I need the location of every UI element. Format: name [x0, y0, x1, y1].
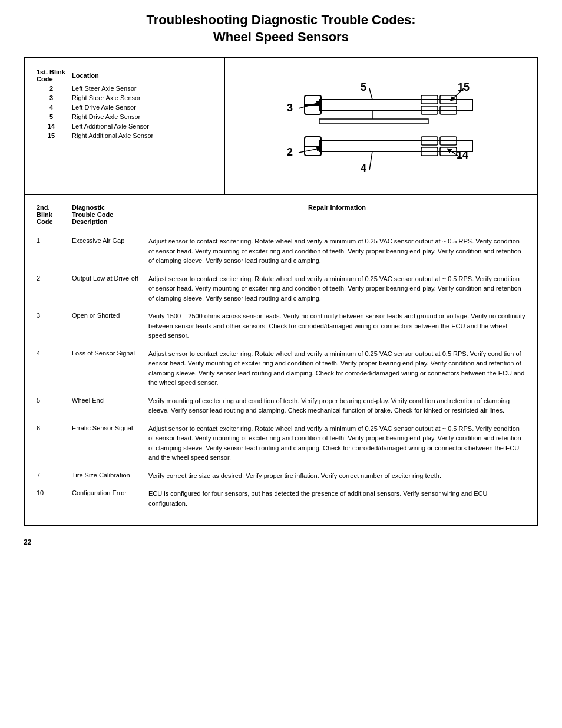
dtc-row: 5 Wheel End Verify mounting of exciter r… [37, 396, 525, 416]
dtc-row: 3 Open or Shorted Verify 1500 – 2500 ohm… [37, 311, 525, 341]
page-title: Troubleshooting Diagnostic Trouble Codes… [24, 12, 538, 45]
dtc-num: 5 [37, 396, 72, 404]
blink-location: Left Additional Axle Sensor [69, 121, 218, 131]
blink-row: 2Left Steer Axle Sensor [34, 84, 218, 93]
blink-row: 14Left Additional Axle Sensor [34, 121, 218, 131]
svg-text:3: 3 [287, 102, 293, 114]
dtc-desc: Configuration Error [72, 489, 148, 496]
svg-text:2: 2 [287, 146, 293, 158]
svg-line-11 [369, 88, 372, 100]
blink-row: 3Right Steer Axle Sensor [34, 93, 218, 103]
axle-diagram-svg: 3 5 15 [234, 67, 528, 185]
blink-location: Right Steer Axle Sensor [69, 93, 218, 103]
dtc-num: 7 [37, 471, 72, 479]
svg-text:5: 5 [361, 81, 366, 93]
dtc-repair: Verify mounting of exciter ring and cond… [148, 396, 525, 416]
dtc-desc: Output Low at Drive-off [72, 274, 148, 282]
dtc-repair: Adjust sensor to contact exciter ring. R… [148, 349, 525, 388]
blink-row: 15Right Additional Axle Sensor [34, 131, 218, 140]
dtc-repair: Adjust sensor to contact exciter ring. R… [148, 274, 525, 304]
dtc-desc: Tire Size Calibration [72, 471, 148, 479]
svg-text:4: 4 [361, 163, 366, 174]
top-section: 1st. BlinkCode Location 2Left Steer Axle… [24, 57, 538, 195]
blink-location: Left Drive Axle Sensor [69, 103, 218, 112]
dtc-row: 7 Tire Size Calibration Verify correct t… [37, 471, 525, 481]
dtc-num: 1 [37, 236, 72, 244]
bottom-table-header: 2nd.BlinkCode DiagnosticTrouble CodeDesc… [37, 204, 525, 230]
dtc-repair: Adjust sensor to contact exciter ring. R… [148, 236, 525, 266]
blink-location: Right Additional Axle Sensor [69, 131, 218, 140]
dtc-desc: Wheel End [72, 396, 148, 404]
col-diag-header: DiagnosticTrouble CodeDescription [72, 204, 148, 225]
svg-line-16 [299, 149, 319, 153]
col-header-code: 1st. BlinkCode [34, 67, 69, 84]
blink-code: 15 [34, 131, 69, 140]
blink-row: 5Right Drive Axle Sensor [34, 112, 218, 121]
svg-text:15: 15 [458, 81, 470, 93]
dtc-num: 10 [37, 489, 72, 496]
col-header-location: Location [69, 67, 218, 84]
dtc-num: 4 [37, 349, 72, 357]
dtc-row: 2 Output Low at Drive-off Adjust sensor … [37, 274, 525, 304]
bottom-section: 2nd.BlinkCode DiagnosticTrouble CodeDesc… [24, 195, 538, 526]
blink-row: 4Left Drive Axle Sensor [34, 103, 218, 112]
blink-code: 2 [34, 84, 69, 93]
blink-location: Left Steer Axle Sensor [69, 84, 218, 93]
axle-diagram-container: 3 5 15 [225, 58, 537, 194]
dtc-desc: Open or Shorted [72, 311, 148, 319]
blink-code-table: 1st. BlinkCode Location 2Left Steer Axle… [25, 58, 225, 194]
blink-code: 14 [34, 121, 69, 131]
dtc-repair: Verify correct tire size as desired. Ver… [148, 471, 525, 481]
dtc-row: 1 Excessive Air Gap Adjust sensor to con… [37, 236, 525, 266]
dtc-repair: Adjust sensor to contact exciter ring. R… [148, 424, 525, 463]
dtc-desc: Excessive Air Gap [72, 236, 148, 244]
dtc-row: 4 Loss of Sensor Signal Adjust sensor to… [37, 349, 525, 388]
blink-location: Right Drive Axle Sensor [69, 112, 218, 121]
dtc-num: 2 [37, 274, 72, 282]
svg-rect-4 [319, 100, 472, 110]
col-repair-header: Repair Information [148, 204, 525, 225]
col-2nd-header: 2nd.BlinkCode [37, 204, 72, 225]
dtc-num: 6 [37, 424, 72, 431]
dtc-row: 10 Configuration Error ECU is configured… [37, 489, 525, 508]
page-number: 22 [24, 538, 538, 546]
blink-code: 5 [34, 112, 69, 121]
dtc-repair: Verify 1500 – 2500 ohms across sensor le… [148, 311, 525, 341]
dtc-repair: ECU is configured for four sensors, but … [148, 489, 525, 508]
dtc-row: 6 Erratic Sensor Signal Adjust sensor to… [37, 424, 525, 463]
blink-code: 4 [34, 103, 69, 112]
dtc-desc: Erratic Sensor Signal [72, 424, 148, 431]
svg-rect-13 [319, 119, 428, 124]
dtc-desc: Loss of Sensor Signal [72, 349, 148, 357]
dtc-num: 3 [37, 311, 72, 319]
dtc-rows: 1 Excessive Air Gap Adjust sensor to con… [37, 236, 525, 508]
blink-code: 3 [34, 93, 69, 103]
svg-line-26 [369, 151, 372, 170]
